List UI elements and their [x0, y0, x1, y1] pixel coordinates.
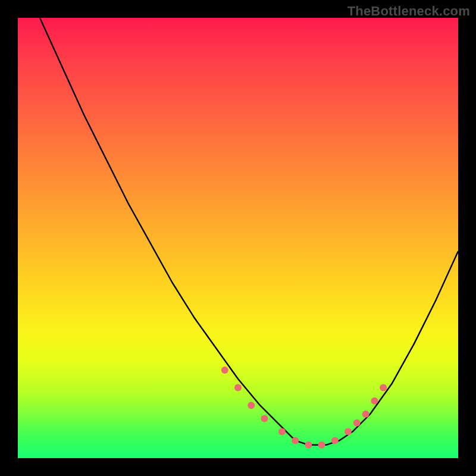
marker-points: [221, 367, 387, 449]
marker-dot: [353, 419, 361, 427]
watermark-text: TheBottleneck.com: [347, 4, 470, 19]
marker-dot: [345, 428, 352, 436]
marker-dot: [278, 428, 286, 436]
marker-dot: [221, 367, 228, 374]
marker-dot: [331, 437, 339, 444]
marker-dot: [371, 397, 378, 405]
marker-dot: [261, 415, 268, 422]
plot-area: [18, 18, 458, 458]
marker-dot: [362, 411, 369, 418]
marker-dot: [318, 441, 325, 449]
chart-frame: TheBottleneck.com: [0, 0, 476, 476]
marker-dot: [234, 384, 242, 392]
bottleneck-curve-svg: [18, 18, 458, 458]
marker-dot: [305, 441, 312, 449]
marker-dot: [248, 402, 255, 409]
marker-dot: [380, 384, 387, 392]
marker-dot: [292, 437, 299, 444]
bottleneck-curve-path: [40, 18, 458, 445]
